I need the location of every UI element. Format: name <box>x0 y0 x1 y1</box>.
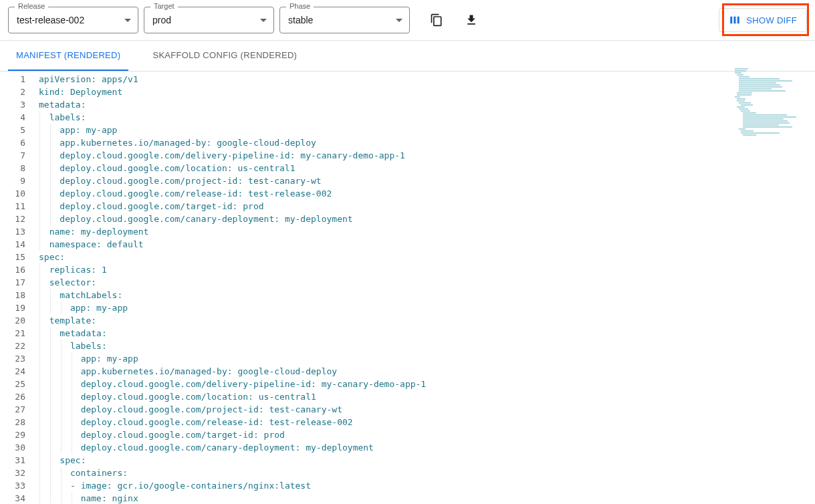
line-number-gutter: 1234567891011121314151617181920212223242… <box>0 72 33 503</box>
code-line: deploy.cloud.google.com/location: us-cen… <box>39 162 815 174</box>
code-line: apiVersion: apps/v1 <box>39 73 815 86</box>
release-value: test-release-002 <box>17 15 84 25</box>
code-line: spec: <box>39 454 815 467</box>
code-line: deploy.cloud.google.com/release-id: test… <box>39 416 815 428</box>
chevron-down-icon <box>260 19 267 22</box>
code-line: app: my-app <box>39 352 815 365</box>
code-line: name: nginx <box>39 492 815 503</box>
download-icon <box>465 13 478 27</box>
target-label: Target <box>150 2 178 10</box>
code-line: - image: gcr.io/google-containers/nginx:… <box>39 479 815 492</box>
code-line: deploy.cloud.google.com/delivery-pipelin… <box>39 149 815 162</box>
code-line: namespace: default <box>39 238 815 251</box>
code-line: app: my-app <box>39 301 815 314</box>
phase-select[interactable]: Phase stable <box>279 7 410 33</box>
release-select[interactable]: Release test-release-002 <box>8 7 138 33</box>
copy-button[interactable] <box>423 7 450 33</box>
code-line: selector: <box>39 276 815 289</box>
chevron-down-icon <box>124 19 131 22</box>
code-line: spec: <box>39 251 815 263</box>
code-line: deploy.cloud.google.com/canary-deploymen… <box>39 213 815 225</box>
chevron-down-icon <box>396 19 402 22</box>
tabs: MANIFEST (RENDERED) SKAFFOLD CONFIG (REN… <box>0 41 815 72</box>
code-line: deploy.cloud.google.com/location: us-cen… <box>39 390 815 403</box>
toolbar: Release test-release-002 Target prod Pha… <box>0 0 815 41</box>
code-line: replicas: 1 <box>39 263 815 276</box>
code-line: labels: <box>39 340 815 352</box>
code-line: deploy.cloud.google.com/target-id: prod <box>39 200 815 213</box>
release-label: Release <box>15 2 48 10</box>
show-diff-button[interactable]: SHOW DIFF <box>719 8 807 32</box>
diff-icon <box>729 14 741 26</box>
code-line: deploy.cloud.google.com/project-id: test… <box>39 403 815 416</box>
code-editor[interactable]: 1234567891011121314151617181920212223242… <box>0 72 815 503</box>
code-line: labels: <box>39 111 815 124</box>
code-line: deploy.cloud.google.com/target-id: prod <box>39 428 815 441</box>
code-line: metadata: <box>39 327 815 340</box>
phase-label: Phase <box>286 2 314 10</box>
code-line: app: my-app <box>39 124 815 136</box>
code-line: containers: <box>39 467 815 479</box>
code-line: deploy.cloud.google.com/project-id: test… <box>39 174 815 187</box>
download-button[interactable] <box>458 7 485 33</box>
target-value: prod <box>152 15 171 25</box>
code-line: deploy.cloud.google.com/canary-deploymen… <box>39 441 815 454</box>
code-line: kind: Deployment <box>39 86 815 98</box>
tab-skaffold[interactable]: SKAFFOLD CONFIG (RENDERED) <box>144 41 305 71</box>
code-line: metadata: <box>39 98 815 111</box>
phase-value: stable <box>288 15 313 25</box>
code-line: name: my-deployment <box>39 225 815 238</box>
code-line: deploy.cloud.google.com/delivery-pipelin… <box>39 378 815 390</box>
code-line: app.kubernetes.io/managed-by: google-clo… <box>39 365 815 378</box>
code-content: apiVersion: apps/v1kind: Deploymentmetad… <box>33 72 815 503</box>
code-line: template: <box>39 314 815 327</box>
copy-icon <box>430 13 443 27</box>
code-line: matchLabels: <box>39 289 815 301</box>
show-diff-label: SHOW DIFF <box>746 15 797 25</box>
tab-manifest[interactable]: MANIFEST (RENDERED) <box>8 41 128 71</box>
target-select[interactable]: Target prod <box>144 7 274 33</box>
code-line: app.kubernetes.io/managed-by: google-clo… <box>39 136 815 149</box>
code-line: deploy.cloud.google.com/release-id: test… <box>39 187 815 200</box>
